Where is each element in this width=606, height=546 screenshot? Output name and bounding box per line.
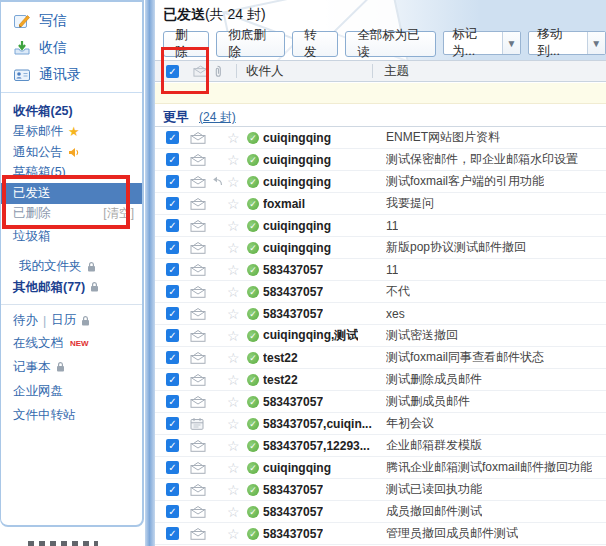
star-toggle-icon[interactable]: ☆ xyxy=(227,350,240,366)
read-mail-icon xyxy=(190,457,206,478)
folder-list: 收件箱(25) 星标邮件 ★ 通知公告 草稿箱(5) 已发送 已删除 [ xyxy=(1,93,142,253)
receive-label: 收信 xyxy=(39,39,67,57)
mail-row[interactable]: ✓ ☆ ✓ 583437057 测试删成员邮件 xyxy=(155,391,606,413)
recipient: 583437057 xyxy=(263,527,323,541)
row-checkbox[interactable]: ✓ xyxy=(166,417,179,430)
mail-row[interactable]: ✓ ☆ ✓ foxmail 我要提问 xyxy=(155,193,606,215)
star-toggle-icon[interactable]: ☆ xyxy=(227,196,240,212)
row-checkbox[interactable]: ✓ xyxy=(166,351,179,364)
row-checkbox[interactable]: ✓ xyxy=(166,307,179,320)
mark-as-dropdown[interactable]: 标记为... ▼ xyxy=(443,31,521,55)
calendar-link[interactable]: 日历 xyxy=(51,312,76,329)
subject: 11 xyxy=(386,263,398,277)
row-checkbox[interactable]: ✓ xyxy=(166,285,179,298)
star-toggle-icon[interactable]: ☆ xyxy=(227,526,240,542)
mail-row[interactable]: ✓ ☆ ✓ 583437057 xes xyxy=(155,303,606,325)
delete-button[interactable]: 删除 xyxy=(163,31,209,57)
row-checkbox[interactable]: ✓ xyxy=(166,241,179,254)
sidebar-item-starred[interactable]: 星标邮件 ★ xyxy=(1,122,142,143)
mail-row[interactable]: ✓ ☆ ✓ 583437057 11 xyxy=(155,259,606,281)
star-toggle-icon[interactable]: ☆ xyxy=(227,174,240,190)
receive-mail-button[interactable]: 收信 xyxy=(13,34,142,61)
row-checkbox[interactable]: ✓ xyxy=(166,527,179,540)
row-checkbox[interactable]: ✓ xyxy=(166,329,179,342)
subject: 年初会议 xyxy=(386,415,434,432)
lock-icon xyxy=(87,262,96,272)
star-toggle-icon[interactable]: ☆ xyxy=(227,218,240,234)
mail-row[interactable]: ✓ ☆ ✓ cuiqingqing 新版pop协议测试邮件撤回 xyxy=(155,237,606,259)
row-checkbox[interactable]: ✓ xyxy=(166,131,179,144)
sidebar-item-deleted[interactable]: 已删除 [清空] xyxy=(1,204,142,225)
attachment-column-icon[interactable] xyxy=(213,61,222,81)
star-toggle-icon[interactable]: ☆ xyxy=(227,372,240,388)
group-count-link[interactable]: (24 封) xyxy=(199,109,236,126)
mail-row[interactable]: ✓ ☆ ✓ cuiqingqing,测试 测试密送撤回 xyxy=(155,325,606,347)
sidebar-item-inbox[interactable]: 收件箱(25) xyxy=(1,101,142,122)
star-toggle-icon[interactable]: ☆ xyxy=(227,130,240,146)
star-toggle-icon[interactable]: ☆ xyxy=(227,328,240,344)
sidebar-item-notes[interactable]: 记事本 xyxy=(1,355,142,379)
mail-row[interactable]: ✓ ☆ ✓ test22 测试foxmail同事查看邮件状态 xyxy=(155,347,606,369)
splitter-bar[interactable] xyxy=(145,0,155,546)
mail-row[interactable]: ✓ ☆ ✓ cuiqingqing 11 xyxy=(155,215,606,237)
row-checkbox[interactable]: ✓ xyxy=(166,505,179,518)
sidebar-item-other-mailboxes[interactable]: 其他邮箱(77) xyxy=(1,277,142,298)
mail-row[interactable]: ✓ ☆ ✓ 583437057 不代 xyxy=(155,281,606,303)
star-toggle-icon[interactable]: ☆ xyxy=(227,460,240,476)
mail-row[interactable]: ✓ ☆ ✓ cuiqingqing 测试保密邮件，即企业邮箱水印设置 xyxy=(155,149,606,171)
delete-forever-button[interactable]: 彻底删除 xyxy=(216,31,285,57)
row-checkbox[interactable]: ✓ xyxy=(166,153,179,166)
mail-row[interactable]: ✓ ☆ ✓ 583437057,12293... 企业邮箱群发模版 xyxy=(155,435,606,457)
mail-row[interactable]: ✓ ☆ ✓ 583437057 管理员撤回成员邮件测试 xyxy=(155,523,606,545)
recipient-column-header[interactable]: 收件人 xyxy=(246,61,284,82)
sidebar-item-todo-calendar[interactable]: 待办 | 日历 xyxy=(1,311,142,332)
row-checkbox[interactable]: ✓ xyxy=(166,461,179,474)
sidebar-item-drafts[interactable]: 草稿箱(5) xyxy=(1,163,142,184)
select-all-checkbox[interactable]: ✓ xyxy=(166,65,179,78)
row-checkbox[interactable]: ✓ xyxy=(166,483,179,496)
row-checkbox[interactable]: ✓ xyxy=(166,175,179,188)
star-toggle-icon[interactable]: ☆ xyxy=(227,152,240,168)
mail-row[interactable]: ✓ ☆ ✓ test22 测试删除成员邮件 xyxy=(155,369,606,391)
star-toggle-icon[interactable]: ☆ xyxy=(227,482,240,498)
sidebar-item-netdisk[interactable]: 企业网盘 xyxy=(1,379,142,403)
mail-row[interactable]: ✓ ☆ ✓ cuiqingqing ENMET网站图片资料 xyxy=(155,127,606,149)
recipient-status-icon: ✓ xyxy=(247,132,259,144)
sidebar-item-online-docs[interactable]: 在线文档 NEW xyxy=(1,331,142,355)
mail-row[interactable]: ✓ ☆ ✓ 583437057 测试已读回执功能 xyxy=(155,479,606,501)
subject-column-header[interactable]: 主题 xyxy=(384,61,409,82)
star-toggle-icon[interactable]: ☆ xyxy=(227,262,240,278)
row-checkbox[interactable]: ✓ xyxy=(166,439,179,452)
star-toggle-icon[interactable]: ☆ xyxy=(227,306,240,322)
mail-row[interactable]: ✓ ☆ ✓ 583437057,cuiqin... 年初会议 xyxy=(155,413,606,435)
row-checkbox[interactable]: ✓ xyxy=(166,197,179,210)
pipe-divider: | xyxy=(43,314,46,328)
row-checkbox[interactable]: ✓ xyxy=(166,395,179,408)
star-toggle-icon[interactable]: ☆ xyxy=(227,416,240,432)
mark-all-read-button[interactable]: 全部标为已读 xyxy=(345,31,436,57)
read-status-column-icon[interactable] xyxy=(193,61,208,81)
row-checkbox[interactable]: ✓ xyxy=(166,263,179,276)
sidebar-item-announcements[interactable]: 通知公告 xyxy=(1,142,142,163)
sidebar-item-file-transfer[interactable]: 文件中转站 xyxy=(1,403,142,427)
sidebar-item-spam[interactable]: 垃圾箱 xyxy=(1,226,142,247)
star-toggle-icon[interactable]: ☆ xyxy=(227,504,240,520)
todo-link[interactable]: 待办 xyxy=(13,312,38,329)
star-toggle-icon[interactable]: ☆ xyxy=(227,394,240,410)
star-toggle-icon[interactable]: ☆ xyxy=(227,284,240,300)
row-checkbox[interactable]: ✓ xyxy=(166,373,179,386)
sidebar-item-sent[interactable]: 已发送 xyxy=(1,183,142,204)
row-checkbox[interactable]: ✓ xyxy=(166,219,179,232)
empty-trash-link[interactable]: [清空] xyxy=(103,205,142,222)
forward-button[interactable]: 转发 xyxy=(292,31,338,57)
mail-row[interactable]: ✓ ☆ ✓ cuiqingqing 测试foxmail客户端的引用功能 xyxy=(155,171,606,193)
mail-row[interactable]: ✓ ☆ ✓ 583437057 成员撤回邮件测试 xyxy=(155,501,606,523)
star-toggle-icon[interactable]: ☆ xyxy=(227,240,240,256)
compose-button[interactable]: 写信 xyxy=(13,7,142,34)
star-toggle-icon[interactable]: ☆ xyxy=(227,438,240,454)
starred-label: 星标邮件 xyxy=(13,123,63,140)
contacts-button[interactable]: 通讯录 xyxy=(13,61,142,88)
sidebar-item-my-folders[interactable]: 我的文件夹 xyxy=(1,257,142,278)
mail-row[interactable]: ✓ ☆ ✓ cuiqingqing 腾讯企业邮箱测试foxmail邮件撤回功能 xyxy=(155,457,606,479)
move-to-dropdown[interactable]: 移动到... ▼ xyxy=(528,31,606,55)
